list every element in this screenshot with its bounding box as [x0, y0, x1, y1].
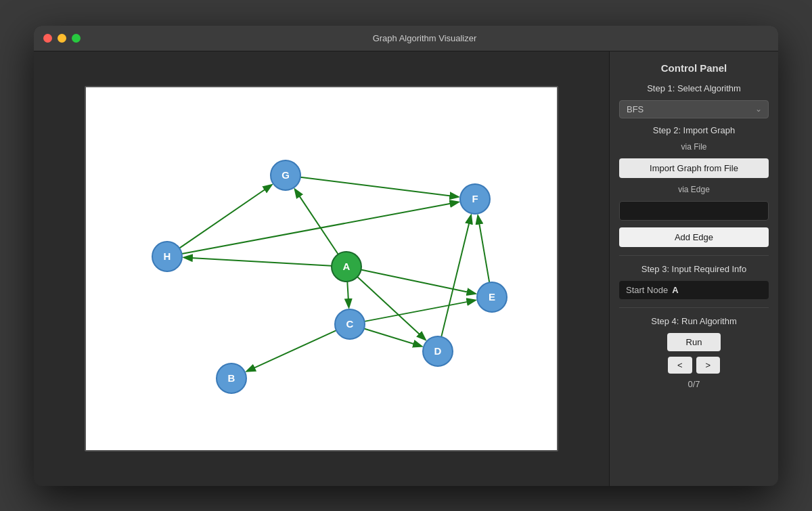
- svg-line-4: [347, 281, 348, 306]
- titlebar: Graph Algorithm Visualizer: [34, 26, 778, 51]
- start-node-label: Start Node: [626, 285, 668, 295]
- step2-label: Step 2: Import Graph: [619, 125, 769, 135]
- traffic-lights: [43, 34, 81, 43]
- control-panel: Control Panel Step 1: Select Algorithm B…: [609, 51, 778, 486]
- start-node-value: A: [672, 285, 678, 295]
- step4-label: Step 4: Run Algorithm: [619, 316, 769, 326]
- panel-title: Control Panel: [619, 62, 769, 74]
- svg-line-12: [478, 216, 489, 282]
- svg-line-1: [185, 257, 332, 265]
- maximize-button[interactable]: [72, 34, 81, 43]
- svg-line-2: [361, 269, 475, 293]
- svg-text:E: E: [489, 291, 495, 303]
- svg-text:D: D: [434, 345, 442, 357]
- close-button[interactable]: [43, 34, 52, 43]
- svg-line-6: [182, 202, 458, 253]
- graph-svg: ABCDEFGH: [86, 87, 557, 450]
- via-file-label: via File: [619, 142, 769, 152]
- nav-buttons: < >: [668, 357, 720, 374]
- svg-text:C: C: [346, 318, 354, 330]
- svg-line-7: [300, 177, 457, 196]
- svg-line-8: [364, 328, 421, 346]
- run-controls: Run < > 0/7: [619, 333, 769, 389]
- edge-input[interactable]: [619, 201, 769, 221]
- svg-line-9: [365, 300, 475, 321]
- svg-text:G: G: [281, 169, 290, 181]
- step3-label: Step 3: Input Required Info: [619, 264, 769, 274]
- divider-2: [619, 307, 769, 308]
- svg-text:A: A: [343, 261, 351, 272]
- prev-button[interactable]: <: [668, 357, 692, 374]
- svg-text:F: F: [472, 193, 478, 204]
- import-file-button[interactable]: Import Graph from File: [619, 158, 769, 178]
- content-area: ABCDEFGH Control Panel Step 1: Select Al…: [34, 51, 778, 486]
- algorithm-select-wrapper[interactable]: BFS DFS Dijkstra Bellman-Ford: [619, 100, 769, 118]
- next-button[interactable]: >: [696, 357, 721, 374]
- divider-1: [619, 255, 769, 256]
- graph-area: ABCDEFGH: [34, 51, 609, 486]
- step1-label: Step 1: Select Algorithm: [619, 83, 769, 93]
- add-edge-button[interactable]: Add Edge: [619, 227, 769, 247]
- start-node-row: Start Node A: [619, 281, 769, 299]
- svg-line-10: [248, 330, 336, 371]
- svg-text:H: H: [164, 250, 171, 262]
- algorithm-select[interactable]: BFS DFS Dijkstra Bellman-Ford: [619, 100, 769, 118]
- main-window: Graph Algorithm Visualizer ABCDEFGH Cont…: [34, 26, 778, 486]
- svg-text:B: B: [228, 372, 235, 384]
- svg-line-5: [179, 185, 271, 248]
- step-counter: 0/7: [687, 379, 700, 389]
- run-button[interactable]: Run: [667, 333, 721, 351]
- svg-line-0: [295, 190, 338, 254]
- via-edge-label: via Edge: [619, 185, 769, 194]
- graph-canvas: ABCDEFGH: [85, 86, 558, 451]
- minimize-button[interactable]: [58, 34, 66, 43]
- window-title: Graph Algorithm Visualizer: [81, 33, 769, 43]
- svg-line-11: [441, 216, 471, 336]
